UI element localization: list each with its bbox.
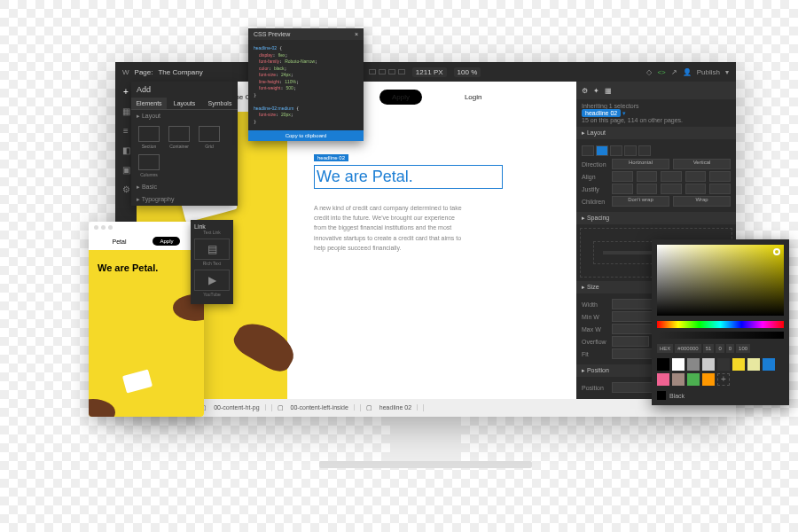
preview-icon[interactable]: ◇	[646, 68, 652, 76]
pages-icon[interactable]: ▦	[121, 106, 131, 117]
breadcrumb-bar: ▢ half-n-half-header ▢ 00-content-ht-pg …	[115, 399, 736, 417]
mobile-apply-button[interactable]: Apply	[153, 237, 180, 246]
rich-text-icon[interactable]: ▤	[194, 239, 230, 260]
swatch[interactable]	[687, 358, 700, 371]
swatch[interactable]	[763, 358, 775, 371]
swatch[interactable]	[732, 358, 745, 371]
css-preview-panel: CSS Preview× headline-02 { display: flex…	[248, 28, 364, 141]
copy-css-button[interactable]: Copy to clipboard	[248, 130, 364, 141]
swatch[interactable]	[672, 358, 685, 371]
page-label: Page:	[135, 68, 153, 76]
page-name[interactable]: The Company	[158, 68, 202, 76]
display-grid-icon[interactable]	[610, 145, 622, 156]
direction-vertical[interactable]: Vertical	[673, 159, 731, 169]
color-mode[interactable]: HEX	[657, 344, 673, 353]
align-4[interactable]	[685, 171, 707, 182]
saturation-field[interactable]	[657, 245, 784, 316]
selection-tag: headline 02	[314, 154, 348, 161]
crumb-3[interactable]: ▢ 00-content-left-inside	[272, 404, 361, 411]
add-grid[interactable]: Grid	[197, 126, 222, 149]
val-2[interactable]: 0	[716, 344, 724, 353]
swatch[interactable]	[687, 373, 700, 386]
headline-element[interactable]: We are Petal.	[314, 165, 503, 189]
swatch[interactable]	[747, 358, 760, 371]
layout-section-header[interactable]: ▸ Layout	[576, 127, 736, 139]
hero-paragraph[interactable]: A new kind of credit card company determ…	[314, 203, 465, 253]
viewport-switcher[interactable]	[369, 69, 405, 74]
val-3[interactable]: 0	[726, 344, 734, 353]
children-wrap[interactable]: Wrap	[673, 196, 731, 207]
navigator-icon[interactable]: ≡	[121, 126, 131, 137]
nav-apply-button[interactable]: Apply	[379, 90, 422, 105]
justify-2[interactable]	[637, 184, 658, 194]
css-code: headline-02 { display: flex; font-family…	[248, 40, 364, 130]
direction-horizontal[interactable]: Horizontal	[612, 159, 669, 169]
add-panel-title: Add	[131, 82, 238, 98]
align-5[interactable]	[709, 171, 731, 182]
children-nowrap[interactable]: Don't wrap	[612, 196, 669, 207]
justify-4[interactable]	[685, 184, 707, 194]
add-swatch[interactable]: +	[717, 373, 730, 386]
cms-icon[interactable]: ◧	[121, 145, 131, 156]
app-logo[interactable]: W	[122, 68, 129, 76]
alpha-slider[interactable]	[657, 332, 784, 339]
nav-login[interactable]: Login	[465, 93, 482, 101]
canvas-width[interactable]: 1211 PX	[412, 67, 447, 77]
display-inline-icon[interactable]	[624, 145, 637, 156]
zoom-level[interactable]: 100 %	[454, 67, 481, 77]
style-tab-icon[interactable]: ⚙	[582, 87, 588, 95]
justify-3[interactable]	[661, 184, 682, 194]
hex-value[interactable]: #000000	[675, 344, 700, 353]
tab-symbols[interactable]: Symbols	[202, 98, 238, 109]
overflow-1[interactable]	[612, 336, 649, 347]
align-2[interactable]	[637, 171, 658, 182]
element-tab-icon[interactable]: ▦	[605, 87, 612, 95]
global-swatch-name[interactable]: Black	[669, 393, 685, 399]
global-swatch-icon	[657, 391, 666, 400]
display-block-icon[interactable]	[582, 145, 594, 156]
crumb-2[interactable]: ▢ 00-content-ht-pg	[195, 404, 271, 411]
add-container[interactable]: Container	[167, 126, 192, 149]
hue-slider[interactable]	[657, 321, 784, 328]
justify-1[interactable]	[612, 184, 633, 194]
youtube-icon[interactable]: ▶	[194, 270, 230, 291]
link-panel: Link Text Link ▤ Rich Text ▶ YouTube	[191, 220, 233, 304]
swatch[interactable]	[657, 358, 669, 371]
swatch[interactable]	[717, 358, 730, 371]
top-toolbar: W Page: The Company 1211 PX 100 % ◇ <> ↗…	[115, 62, 736, 82]
mobile-headline: We are Petal.	[98, 262, 195, 273]
interactions-tab-icon[interactable]: ✦	[593, 87, 599, 95]
spacing-section-header[interactable]: ▸ Spacing	[576, 212, 736, 224]
justify-5[interactable]	[709, 184, 731, 194]
mobile-preview: Petal Apply We are Petal.	[89, 222, 204, 417]
settings-icon[interactable]: ⚙	[121, 184, 131, 195]
display-none-icon[interactable]	[638, 145, 651, 156]
person-icon[interactable]: 👤	[683, 68, 692, 76]
add-section[interactable]: Section	[137, 126, 161, 149]
swatch[interactable]	[672, 373, 685, 386]
display-flex-icon[interactable]	[596, 145, 608, 156]
color-picker: HEX #000000 51 0 0 100 + Black	[652, 239, 789, 405]
publish-button[interactable]: Publish	[697, 68, 720, 76]
align-3[interactable]	[661, 171, 682, 182]
val-4[interactable]: 100	[736, 344, 750, 353]
close-icon[interactable]: ×	[355, 31, 358, 37]
tab-layouts[interactable]: Layouts	[167, 98, 202, 109]
export-icon[interactable]: ↗	[671, 68, 677, 76]
css-preview-title: CSS Preview	[254, 31, 290, 37]
swatch[interactable]	[702, 358, 715, 371]
crumb-4[interactable]: ▢ headline 02	[361, 404, 424, 411]
add-columns[interactable]: Columns	[137, 154, 161, 177]
add-tool-icon[interactable]: +	[121, 87, 131, 98]
class-tag[interactable]: headline 02	[582, 109, 621, 117]
add-panel: Add Elements Layouts Symbols ▸ Layout Se…	[131, 82, 238, 206]
swatch[interactable]	[657, 373, 669, 386]
chevron-down-icon[interactable]: ▾	[725, 68, 729, 76]
assets-icon[interactable]: ▣	[121, 165, 131, 176]
tab-elements[interactable]: Elements	[131, 98, 167, 109]
code-icon[interactable]: <>	[657, 68, 665, 76]
swatch[interactable]	[702, 373, 715, 386]
val-1[interactable]: 51	[703, 344, 715, 353]
align-1[interactable]	[612, 171, 633, 182]
instance-count: 15 on this page, 114 on other pages.	[582, 117, 683, 123]
